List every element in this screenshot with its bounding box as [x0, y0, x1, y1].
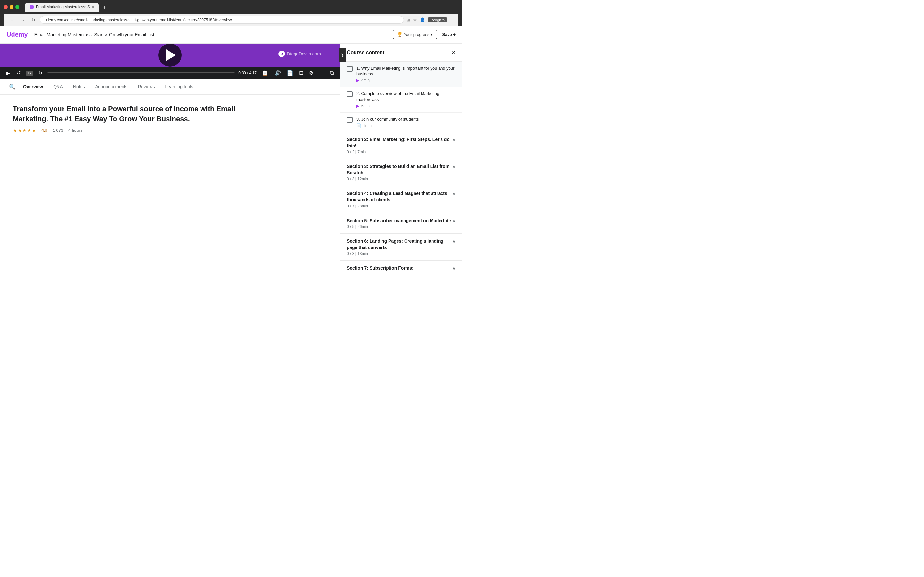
- address-text: udemy.com/course/email-marketing-masterc…: [45, 18, 399, 22]
- stats-row: ★ ★ ★ ★ ★ 4.8 1,073 4 hours: [13, 128, 327, 133]
- tabs-bar: 🔍 Overview Q&A Notes Announcements Revie…: [0, 79, 340, 95]
- lesson-duration-1: 4min: [361, 78, 370, 83]
- section-2-title: Section 2: Email Marketing: First Steps.…: [347, 137, 452, 149]
- time-separator: /: [247, 71, 249, 75]
- section-4-header[interactable]: Section 4: Creating a Lead Magnet that a…: [341, 186, 462, 213]
- udemy-header: Udemy Email Marketing Masterclass: Start…: [0, 26, 462, 44]
- extensions-icon[interactable]: ⊞: [407, 17, 410, 23]
- section-6-info: Section 6: Landing Pages: Creating a lan…: [347, 238, 452, 256]
- lesson-checkbox-1[interactable]: [347, 66, 352, 72]
- section-3-title: Section 3: Strategies to Build an Email …: [347, 163, 452, 176]
- play-pause-button[interactable]: ▶: [5, 70, 11, 76]
- transcript-button[interactable]: 📄: [286, 69, 294, 77]
- tab-close-button[interactable]: ×: [92, 5, 94, 10]
- tab-reviews[interactable]: Reviews: [133, 79, 160, 94]
- section-5-meta: 0 / 5 | 26min: [347, 224, 451, 229]
- lesson-info-1: 1. Why Email Marketing is important for …: [357, 65, 456, 83]
- settings-button[interactable]: ⚙: [308, 69, 315, 77]
- fullscreen-button[interactable]: ⛶: [318, 69, 326, 77]
- notes-button[interactable]: 📋: [260, 69, 270, 77]
- udemy-logo: Udemy: [6, 31, 28, 38]
- lesson-item[interactable]: 2. Complete overview of the Email Market…: [341, 87, 462, 112]
- section-4-meta: 0 / 7 | 28min: [347, 204, 452, 208]
- sidebar-header: Course content ×: [341, 44, 462, 61]
- video-controls-bar: ▶ ↺ 1x ↻ 0:00 / 4:17 📋 🔊 📄 ⊡ ⚙: [0, 67, 340, 79]
- main-content-area: D DiegoDavila.com ❯ ▶ ↺ 1x ↻ 0:00 /: [0, 44, 462, 288]
- header-right: 🏆 Your progress ▾ Save +: [393, 30, 456, 39]
- forward-button[interactable]: →: [19, 17, 27, 23]
- doc-icon-3: 📄: [357, 123, 361, 128]
- video-container[interactable]: D DiegoDavila.com ❯: [0, 44, 340, 67]
- section-6-meta: 0 / 3 | 13min: [347, 251, 452, 256]
- section-6-title: Section 6: Landing Pages: Creating a lan…: [347, 238, 452, 251]
- speed-badge[interactable]: 1x: [26, 71, 33, 76]
- browser-chrome: Email Marketing Masterclass: S × + ← → ↻…: [0, 0, 462, 26]
- lesson-checkbox-2[interactable]: [347, 91, 352, 97]
- content-area: Transform your Email into a Powerful sou…: [0, 95, 340, 288]
- section-7-header[interactable]: Section 7: Subscription Forms: ∨: [341, 261, 462, 277]
- menu-icon[interactable]: ⋮: [450, 17, 454, 23]
- lesson-item[interactable]: 1. Why Email Marketing is important for …: [341, 61, 462, 87]
- rating-value: 4.8: [41, 128, 47, 133]
- video-column: D DiegoDavila.com ❯ ▶ ↺ 1x ↻ 0:00 /: [0, 44, 340, 288]
- close-window-dot[interactable]: [4, 5, 8, 9]
- volume-button[interactable]: 🔊: [273, 69, 282, 77]
- section-3-chevron: ∨: [452, 164, 456, 169]
- close-sidebar-button[interactable]: ×: [452, 49, 456, 56]
- tab-announcements[interactable]: Announcements: [90, 79, 132, 94]
- bookmark-icon[interactable]: ☆: [413, 17, 417, 23]
- tab-overview[interactable]: Overview: [18, 79, 48, 94]
- section-5-header[interactable]: Section 5: Subscriber management on Mail…: [341, 213, 462, 234]
- section-2-header[interactable]: Section 2: Email Marketing: First Steps.…: [341, 132, 462, 159]
- replay-button[interactable]: ↺: [15, 69, 22, 77]
- section-7-chevron: ∨: [452, 266, 456, 271]
- video-progress-bar[interactable]: [47, 73, 234, 73]
- miniplayer-button[interactable]: ⧉: [329, 69, 335, 77]
- logo-text[interactable]: Udemy: [6, 31, 28, 38]
- tab-qa[interactable]: Q&A: [48, 79, 68, 94]
- section-4-info: Section 4: Creating a Lead Magnet that a…: [347, 190, 452, 208]
- lesson-title-3: 3. Join our community of students: [357, 116, 456, 122]
- lesson-meta-1: ▶ 4min: [357, 78, 456, 83]
- video-icon-2: ▶: [357, 104, 359, 108]
- expand-sidebar-button[interactable]: ❯: [339, 48, 346, 62]
- search-button[interactable]: 🔍: [6, 79, 18, 94]
- lesson-item[interactable]: 3. Join our community of students 📄 1min: [341, 113, 462, 132]
- refresh-button[interactable]: ↻: [29, 17, 37, 23]
- chevron-down-icon: ▾: [431, 32, 433, 37]
- watermark: D DiegoDavila.com: [278, 51, 321, 57]
- lesson-info-2: 2. Complete overview of the Email Market…: [357, 91, 456, 108]
- rating-count: 1,073: [53, 128, 63, 133]
- tab-learning-tools[interactable]: Learning tools: [160, 79, 199, 94]
- section-7-info: Section 7: Subscription Forms:: [347, 265, 414, 272]
- play-button[interactable]: [158, 44, 182, 67]
- star-4: ★: [27, 128, 31, 133]
- section-3-meta: 0 / 3 | 12min: [347, 177, 452, 181]
- active-tab[interactable]: Email Marketing Masterclass: S ×: [25, 3, 99, 11]
- your-progress-button[interactable]: 🏆 Your progress ▾: [393, 30, 437, 39]
- section-5-title: Section 5: Subscriber management on Mail…: [347, 218, 451, 224]
- save-label: Save +: [442, 32, 456, 37]
- section-6-header[interactable]: Section 6: Landing Pages: Creating a lan…: [341, 234, 462, 261]
- captions-button[interactable]: ⊡: [298, 69, 304, 77]
- star-2: ★: [18, 128, 22, 133]
- back-button[interactable]: ←: [8, 17, 16, 23]
- lesson-title-1: 1. Why Email Marketing is important for …: [357, 65, 456, 77]
- tab-notes[interactable]: Notes: [68, 79, 90, 94]
- new-tab-button[interactable]: +: [101, 5, 108, 11]
- address-bar[interactable]: udemy.com/course/email-marketing-masterc…: [40, 16, 404, 24]
- forward-button[interactable]: ↻: [37, 70, 44, 76]
- lesson-info-3: 3. Join our community of students 📄 1min: [357, 116, 456, 128]
- watermark-icon: D: [278, 51, 285, 57]
- course-content-sidebar: Course content × 1. Why Email Marketing …: [340, 44, 462, 288]
- lesson-title-2: 2. Complete overview of the Email Market…: [357, 91, 456, 102]
- section-3-header[interactable]: Section 3: Strategies to Build an Email …: [341, 159, 462, 186]
- nav-right-controls: ⊞ ☆ 👤 Incognito ⋮: [407, 17, 454, 23]
- profile-icon[interactable]: 👤: [420, 17, 425, 23]
- lesson-checkbox-3[interactable]: [347, 117, 352, 123]
- maximize-window-dot[interactable]: [15, 5, 19, 9]
- time-display: 0:00 / 4:17: [238, 71, 257, 75]
- lesson-duration-2: 6min: [361, 104, 370, 108]
- save-button[interactable]: Save +: [442, 32, 456, 37]
- minimize-window-dot[interactable]: [10, 5, 13, 9]
